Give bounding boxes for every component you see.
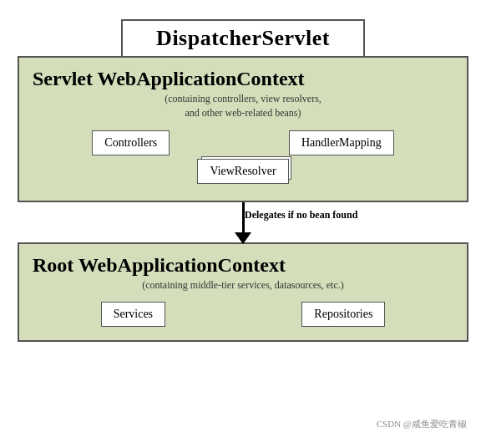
bottom-beans-row: Services Repositories — [33, 302, 453, 327]
diagram-container: DispatcherServlet Servlet WebApplication… — [9, 11, 477, 437]
servlet-context-title: Servlet WebApplicationContext — [33, 68, 453, 90]
handler-mapping-box: HandlerMapping — [289, 130, 394, 155]
root-context-title: Root WebApplicationContext — [33, 254, 453, 277]
arrow-head — [235, 232, 251, 244]
dispatcher-servlet-label: DispatcherServlet — [156, 26, 330, 50]
root-context-subtitle: (containing middle-tier services, dataso… — [33, 278, 453, 293]
servlet-context-subtitle: (containing controllers, view resolvers,… — [33, 92, 453, 120]
dispatcher-servlet-box: DispatcherServlet — [121, 19, 365, 58]
servlet-context-box: Servlet WebApplicationContext (containin… — [18, 56, 468, 202]
repositories-box: Repositories — [301, 302, 385, 327]
arrow-label: Delegates if no bean found — [245, 209, 357, 221]
root-context-box: Root WebApplicationContext (containing m… — [18, 242, 468, 343]
watermark: CSDN @咸鱼爱吃青椒 — [377, 418, 467, 430]
services-box: Services — [101, 302, 165, 327]
view-resolver-row: ViewResolver — [33, 159, 453, 184]
view-resolver-box: ViewResolver — [197, 159, 288, 184]
top-beans-row: Controllers HandlerMapping — [33, 130, 453, 155]
controllers-box: Controllers — [92, 130, 170, 155]
delegation-arrow: Delegates if no bean found — [235, 202, 251, 244]
